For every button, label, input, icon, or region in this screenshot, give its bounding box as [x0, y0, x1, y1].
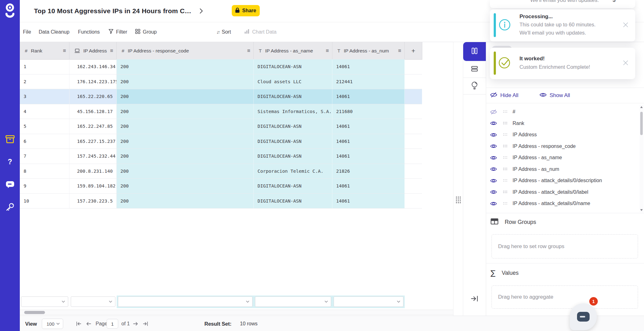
field-item[interactable]: IP Address: [486, 129, 644, 141]
cell[interactable]: 200: [117, 179, 254, 193]
scroll-down-icon[interactable]: [640, 209, 643, 211]
cell[interactable]: 21826: [332, 164, 405, 179]
eye-icon[interactable]: [490, 121, 498, 126]
share-button[interactable]: Share: [232, 5, 260, 16]
horizontal-scrollbar[interactable]: [20, 310, 453, 315]
drag-handle-icon[interactable]: [503, 111, 508, 113]
eye-icon[interactable]: [490, 189, 498, 195]
eye-icon[interactable]: [490, 132, 498, 138]
cell[interactable]: DIGITALOCEAN-ASN: [254, 179, 332, 193]
cell[interactable]: 200: [117, 134, 254, 149]
column-menu-icon[interactable]: ≡: [247, 48, 250, 54]
scroll-up-icon[interactable]: [640, 106, 643, 108]
add-column-button[interactable]: +: [405, 42, 422, 59]
cell[interactable]: 5: [20, 119, 69, 134]
eye-icon[interactable]: [490, 178, 498, 183]
collapse-panel-icon[interactable]: [471, 295, 478, 303]
cell[interactable]: Sistemas Informaticos, S.A.: [254, 104, 332, 119]
page-number-input[interactable]: 1: [107, 319, 118, 328]
row-groups-dropzone[interactable]: Drag here to set row groups: [491, 234, 638, 258]
cell[interactable]: Cloud assets LLC: [254, 74, 332, 89]
close-icon[interactable]: [622, 59, 630, 68]
drag-handle-icon[interactable]: [503, 168, 508, 171]
cell[interactable]: 212441: [332, 74, 405, 89]
key-icon[interactable]: [5, 202, 15, 212]
cell[interactable]: 9: [20, 179, 69, 193]
column-filter-input[interactable]: [118, 296, 253, 307]
cell[interactable]: 200: [117, 104, 254, 119]
hide-all-button[interactable]: Hide All: [490, 92, 519, 99]
cell[interactable]: DIGITALOCEAN-ASN: [254, 134, 332, 149]
cell[interactable]: 200: [117, 74, 254, 89]
drag-handle-icon[interactable]: [503, 133, 508, 136]
eye-icon[interactable]: [490, 166, 498, 172]
cell[interactable]: 162.243.146.34: [69, 59, 117, 74]
cell[interactable]: 14061: [332, 119, 405, 134]
cell[interactable]: 14061: [332, 194, 405, 209]
cell[interactable]: 200: [117, 59, 254, 74]
drag-handle-icon[interactable]: [503, 179, 508, 182]
drag-handle-icon[interactable]: [503, 156, 508, 159]
column-header-col-ip-address-as-name[interactable]: TIP Address - as_name≡: [254, 42, 332, 59]
field-list-scrollbar-thumb[interactable]: [640, 112, 643, 135]
cell[interactable]: 159.89.104.182: [69, 179, 117, 193]
menu-sort[interactable]: ↓↑ Sort: [216, 29, 231, 35]
cell[interactable]: 10: [20, 194, 69, 209]
drag-handle-icon[interactable]: [503, 122, 508, 125]
eye-off-icon[interactable]: [490, 109, 498, 115]
field-item[interactable]: IP Address - response_code: [486, 141, 644, 152]
cell[interactable]: 14061: [332, 89, 405, 104]
drag-handle-icon[interactable]: [503, 145, 508, 148]
cell[interactable]: 6: [20, 134, 69, 149]
column-filter-input[interactable]: [71, 296, 115, 307]
eye-icon[interactable]: [490, 201, 498, 206]
column-header-col-ip-address-response-code[interactable]: #IP Address - response_code≡: [117, 42, 254, 59]
eye-icon[interactable]: [490, 144, 498, 149]
cell[interactable]: 200: [117, 149, 254, 164]
eye-icon[interactable]: [490, 155, 498, 160]
cell[interactable]: 7: [20, 149, 69, 164]
column-menu-icon[interactable]: ≡: [398, 48, 401, 54]
menu-functions[interactable]: Functions: [78, 29, 100, 35]
cell[interactable]: DIGITALOCEAN-ASN: [254, 149, 332, 164]
cell[interactable]: DIGITALOCEAN-ASN: [254, 89, 332, 104]
cell[interactable]: 200: [117, 119, 254, 134]
horizontal-scrollbar-thumb[interactable]: [24, 311, 45, 314]
column-filter-input[interactable]: [21, 296, 68, 307]
cell[interactable]: 1: [20, 59, 69, 74]
cell[interactable]: 2: [20, 74, 69, 89]
column-menu-icon[interactable]: ≡: [110, 48, 113, 54]
breadcrumb-chevron-icon[interactable]: [199, 8, 203, 14]
cell[interactable]: 157.230.223.5: [69, 194, 117, 209]
cell[interactable]: 4: [20, 104, 69, 119]
tab-insights[interactable]: [463, 78, 486, 95]
cell[interactable]: 165.227.15.237: [69, 134, 117, 149]
cell[interactable]: 165.22.247.85: [69, 119, 117, 134]
cell[interactable]: 14061: [332, 59, 405, 74]
values-dropzone[interactable]: Drag here to aggregate: [491, 285, 638, 309]
column-menu-icon[interactable]: ≡: [63, 48, 66, 54]
menu-data-cleanup[interactable]: Data Cleanup: [39, 29, 69, 35]
cell[interactable]: 200: [117, 194, 254, 209]
next-page-button[interactable]: [133, 321, 138, 326]
column-filter-input[interactable]: [255, 296, 331, 307]
field-item[interactable]: IP Address - attack_details/0/name: [486, 198, 644, 209]
page-size-select[interactable]: 100: [42, 318, 63, 329]
cell[interactable]: 200: [117, 89, 254, 104]
cell[interactable]: 14061: [332, 149, 405, 164]
chat-message-icon[interactable]: [5, 179, 15, 190]
menu-group[interactable]: Group: [135, 29, 157, 35]
cell[interactable]: 45.156.128.17: [69, 104, 117, 119]
tab-columns[interactable]: [463, 42, 486, 61]
panel-resize-gutter[interactable]: [453, 42, 463, 316]
field-list-scrollbar[interactable]: [640, 105, 643, 212]
cell[interactable]: Corporacion Telemic C.A.: [254, 164, 332, 179]
field-item[interactable]: Rank: [486, 118, 644, 129]
close-icon[interactable]: [622, 21, 630, 30]
cell[interactable]: 211680: [332, 104, 405, 119]
cell[interactable]: 200.8.231.140: [69, 164, 117, 179]
previous-page-button[interactable]: [86, 321, 91, 326]
column-header-col-ip-address[interactable]: IP Address≡: [69, 42, 117, 59]
cell[interactable]: 14061: [332, 179, 405, 193]
column-header-col-ip-address-as-num[interactable]: TIP Address - as_num≡: [332, 42, 405, 59]
